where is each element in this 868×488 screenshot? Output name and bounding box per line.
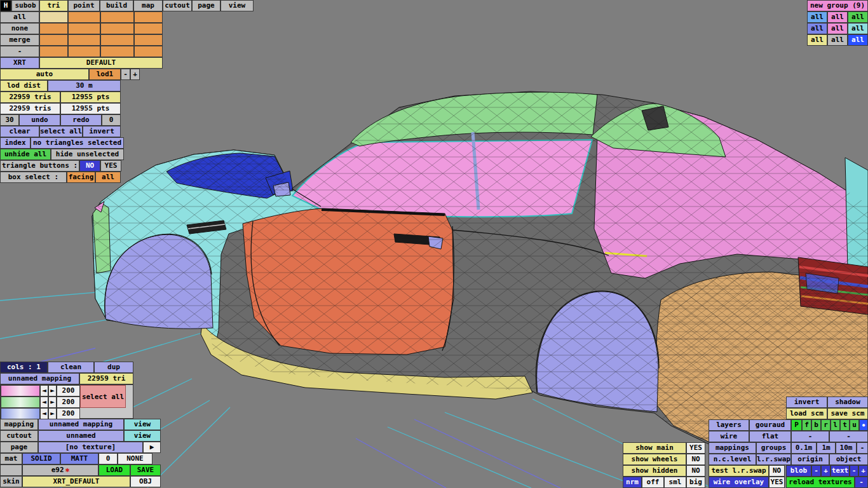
layer-toggle-l[interactable]: l bbox=[831, 419, 840, 431]
shadow-button[interactable]: shadow bbox=[827, 396, 868, 408]
mapping-view-button[interactable]: view bbox=[124, 419, 161, 430]
subob-slot[interactable] bbox=[39, 46, 68, 57]
dash-button[interactable]: - bbox=[791, 431, 829, 442]
subob-none-button[interactable]: none bbox=[0, 23, 39, 34]
blob-button[interactable]: blob bbox=[786, 465, 811, 477]
subob-slot[interactable] bbox=[134, 11, 163, 23]
obj-button[interactable]: OBJ bbox=[130, 476, 161, 487]
grid-dash-button[interactable]: - bbox=[857, 442, 868, 454]
nrm-button[interactable]: nrm bbox=[623, 477, 642, 488]
text-minus-button[interactable]: - bbox=[850, 465, 858, 477]
skin-value[interactable]: XRT_DEFAULT bbox=[22, 476, 130, 487]
save-button[interactable]: SAVE bbox=[130, 464, 161, 476]
color-strip-green[interactable] bbox=[1, 396, 40, 408]
subob-slot[interactable] bbox=[39, 23, 68, 34]
layers-button[interactable]: layers bbox=[709, 419, 749, 431]
show-wheels-value[interactable]: NO bbox=[686, 454, 705, 465]
wire-button[interactable]: wire bbox=[709, 431, 749, 442]
layer-toggle-r[interactable]: r bbox=[821, 419, 831, 431]
clear-button[interactable]: clear bbox=[0, 126, 39, 137]
color-strip-blue[interactable] bbox=[1, 408, 40, 419]
grid-10m-button[interactable]: 10m bbox=[836, 442, 857, 454]
show-hidden-button[interactable]: show hidden bbox=[623, 465, 686, 477]
subob-slot[interactable] bbox=[134, 23, 163, 34]
lr-swap-button[interactable]: l.r.swap bbox=[756, 454, 791, 465]
clean-button[interactable]: clean bbox=[48, 362, 94, 373]
nc-level-button[interactable]: n.c.level bbox=[709, 454, 756, 465]
menu-map[interactable]: map bbox=[133, 0, 163, 11]
test-lr-swap-button[interactable]: test l.r.swap bbox=[709, 465, 769, 477]
box-select-facing[interactable]: facing bbox=[67, 172, 95, 183]
wire-overlay-button[interactable]: wire overlay bbox=[709, 477, 769, 488]
invert-view-button[interactable]: invert bbox=[786, 396, 827, 408]
page-texture-value[interactable]: [no texture] bbox=[38, 442, 143, 453]
triangle-buttons-no[interactable]: NO bbox=[79, 160, 100, 172]
group-all-button[interactable]: all bbox=[827, 34, 848, 46]
spin-left-icon[interactable]: ◄ bbox=[40, 396, 48, 408]
subob-slot[interactable] bbox=[100, 11, 134, 23]
load-button[interactable]: LOAD bbox=[98, 464, 130, 476]
lod-dist-value[interactable]: 30 m bbox=[48, 80, 121, 92]
menu-build[interactable]: build bbox=[100, 0, 133, 11]
new-group-button[interactable]: new group (9) bbox=[807, 0, 868, 11]
subob-dash-button[interactable]: - bbox=[0, 46, 39, 57]
select-all-button[interactable]: select all bbox=[39, 126, 83, 137]
redo-button[interactable]: redo bbox=[60, 114, 102, 126]
group-all-button[interactable]: all bbox=[848, 11, 868, 23]
unhide-all-button[interactable]: unhide all bbox=[0, 149, 51, 160]
layer-toggle-b[interactable]: b bbox=[811, 419, 821, 431]
menu-tri-active[interactable]: tri bbox=[39, 0, 68, 11]
group-all-button[interactable]: all bbox=[807, 34, 827, 46]
group-all-button[interactable]: all bbox=[807, 11, 827, 23]
show-main-value[interactable]: YES bbox=[686, 442, 705, 454]
blob-plus-button[interactable]: + bbox=[821, 465, 831, 477]
group-all-button[interactable]: all bbox=[827, 23, 848, 34]
nrm-off-button[interactable]: off bbox=[642, 477, 664, 488]
lod-level-button[interactable]: lod1 bbox=[89, 69, 121, 80]
subob-slot[interactable] bbox=[100, 23, 134, 34]
menu-h[interactable]: H bbox=[0, 0, 11, 11]
show-main-button[interactable]: show main bbox=[623, 442, 686, 454]
nrm-big-button[interactable]: big bbox=[686, 477, 705, 488]
wire-overlay-value[interactable]: YES bbox=[769, 477, 785, 488]
hide-unselected-button[interactable]: hide unselected bbox=[51, 149, 124, 160]
subob-slot[interactable] bbox=[100, 46, 134, 57]
undo-button[interactable]: undo bbox=[19, 114, 60, 126]
color-strip-red[interactable] bbox=[1, 385, 40, 396]
flat-button[interactable]: flat bbox=[749, 431, 791, 442]
layer-toggle-u[interactable]: u bbox=[850, 419, 859, 431]
object-button[interactable]: object bbox=[829, 454, 868, 465]
menu-subob[interactable]: subob bbox=[11, 0, 39, 11]
spin-value[interactable]: 200 bbox=[57, 408, 80, 419]
layer-toggle-f[interactable]: f bbox=[802, 419, 811, 431]
subob-merge-button[interactable]: merge bbox=[0, 34, 39, 46]
spin-right-icon[interactable]: ► bbox=[48, 396, 57, 408]
page-next-icon[interactable]: ▶ bbox=[143, 442, 161, 453]
mat-solid-button[interactable]: SOLID bbox=[22, 453, 60, 464]
groups-button[interactable]: groups bbox=[756, 442, 791, 454]
invert-button[interactable]: invert bbox=[83, 126, 121, 137]
reload-dash-button[interactable]: - bbox=[855, 477, 868, 488]
default-group-button[interactable]: DEFAULT bbox=[39, 57, 163, 69]
mapping-select-all-button[interactable]: select all bbox=[80, 385, 126, 408]
dash-button[interactable]: - bbox=[829, 431, 868, 442]
box-select-all[interactable]: all bbox=[95, 172, 121, 183]
menu-page[interactable]: page bbox=[192, 0, 220, 11]
nrm-sml-button[interactable]: sml bbox=[664, 477, 686, 488]
group-all-button[interactable]: all bbox=[827, 11, 848, 23]
spin-left-icon[interactable]: ◄ bbox=[40, 408, 48, 419]
save-scm-button[interactable]: save scm bbox=[827, 408, 868, 419]
subob-slot[interactable] bbox=[134, 34, 163, 46]
grid-01m-button[interactable]: 0.1m bbox=[791, 442, 817, 454]
index-button[interactable]: index bbox=[0, 137, 31, 149]
spin-right-icon[interactable]: ► bbox=[48, 408, 57, 419]
show-wheels-button[interactable]: show wheels bbox=[623, 454, 686, 465]
menu-cutout[interactable]: cutout bbox=[163, 0, 192, 11]
spin-value[interactable]: 200 bbox=[57, 385, 80, 396]
subob-slot[interactable] bbox=[68, 11, 100, 23]
subob-slot[interactable] bbox=[68, 34, 100, 46]
show-hidden-value[interactable]: NO bbox=[686, 465, 705, 477]
subob-slot[interactable] bbox=[68, 46, 100, 57]
lod-auto-button[interactable]: auto bbox=[0, 69, 89, 80]
subob-slot[interactable] bbox=[68, 23, 100, 34]
